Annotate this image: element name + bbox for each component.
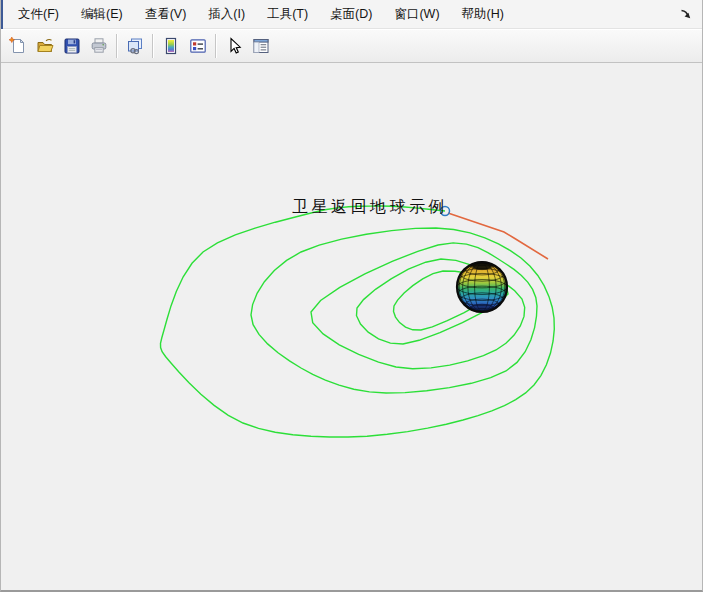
menu-file[interactable]: 文件(F) <box>7 1 70 28</box>
window-accent-edge <box>1 0 3 29</box>
save-figure-button[interactable] <box>58 33 85 60</box>
edit-plot-button[interactable] <box>220 33 247 60</box>
menu-help[interactable]: 帮助(H) <box>451 1 515 28</box>
menu-window[interactable]: 窗口(W) <box>383 1 450 28</box>
link-plot-button[interactable] <box>121 33 148 60</box>
new-figure-button[interactable] <box>4 33 31 60</box>
legend-icon <box>188 36 208 56</box>
insert-legend-button[interactable] <box>184 33 211 60</box>
earth-globe <box>457 261 507 312</box>
insert-colorbar-button[interactable] <box>157 33 184 60</box>
matlab-figure-window: 文件(F) 编辑(E) 查看(V) 插入(I) 工具(T) 桌面(D) 窗口(W… <box>0 0 703 592</box>
menu-bar: 文件(F) 编辑(E) 查看(V) 插入(I) 工具(T) 桌面(D) 窗口(W… <box>1 0 702 29</box>
link-plot-icon <box>125 36 145 56</box>
menu-edit[interactable]: 编辑(E) <box>70 1 134 28</box>
figure-canvas-svg <box>1 64 702 590</box>
dock-figure-button[interactable] <box>677 5 695 23</box>
dock-arrow-icon <box>679 7 694 22</box>
open-file-button[interactable] <box>31 33 58 60</box>
print-figure-button[interactable] <box>85 33 112 60</box>
menu-desktop[interactable]: 桌面(D) <box>319 1 383 28</box>
open-folder-icon <box>35 36 55 56</box>
return-trajectory-line <box>448 213 548 259</box>
menu-insert[interactable]: 插入(I) <box>197 1 256 28</box>
menu-tools[interactable]: 工具(T) <box>256 1 319 28</box>
toolbar-separator <box>152 34 153 58</box>
print-icon <box>89 36 109 56</box>
orbit-spiral-line <box>161 206 555 437</box>
figure-toolbar <box>1 29 702 63</box>
menu-view[interactable]: 查看(V) <box>134 1 198 28</box>
toolbar-separator <box>116 34 117 58</box>
plot-browser-button[interactable] <box>247 33 274 60</box>
new-figure-icon <box>8 36 28 56</box>
plot-canvas: 卫星返回地球示例 <box>1 64 702 590</box>
plot-browser-icon <box>251 36 271 56</box>
toolbar-separator <box>215 34 216 58</box>
cursor-arrow-icon <box>224 36 244 56</box>
save-icon <box>62 36 82 56</box>
plot-title: 卫星返回地球示例 <box>292 197 448 218</box>
colorbar-icon <box>161 36 181 56</box>
